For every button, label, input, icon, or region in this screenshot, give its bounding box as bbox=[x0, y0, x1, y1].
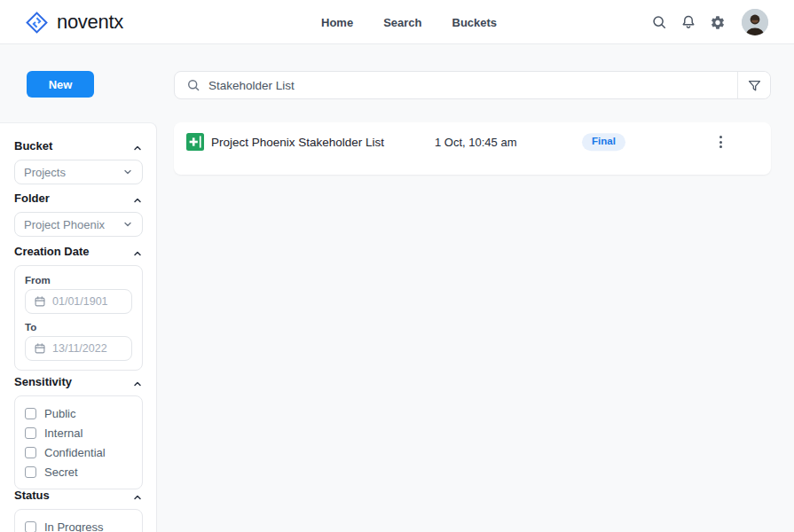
section-title: Sensitivity bbox=[14, 375, 72, 388]
top-navbar: noventx Home Search Buckets bbox=[0, 0, 794, 44]
to-label: To bbox=[25, 322, 132, 332]
diamond-maze-icon bbox=[25, 11, 49, 35]
user-avatar[interactable] bbox=[742, 9, 768, 35]
status-options-card: In Progress bbox=[14, 509, 143, 532]
chevron-up-icon[interactable] bbox=[132, 141, 143, 152]
filter-section-creation-date: Creation Date From To bbox=[14, 245, 143, 371]
filter-section-sensitivity: Sensitivity Public Internal Confidential bbox=[14, 375, 143, 489]
section-title: Status bbox=[14, 489, 50, 502]
chevron-up-icon[interactable] bbox=[132, 246, 143, 257]
checkbox[interactable] bbox=[25, 447, 36, 458]
brand-name: noventx bbox=[57, 11, 123, 34]
search-bar bbox=[174, 71, 771, 99]
search-icon[interactable] bbox=[651, 14, 667, 30]
search-icon bbox=[186, 78, 200, 92]
checkbox-row-secret[interactable]: Secret bbox=[25, 462, 132, 481]
date-from-input[interactable] bbox=[52, 295, 129, 308]
chevron-down-icon bbox=[122, 167, 133, 177]
bucket-selected-value: Projects bbox=[24, 166, 66, 179]
filter-button[interactable] bbox=[737, 72, 770, 98]
checkbox-row-internal[interactable]: Internal bbox=[25, 423, 132, 442]
search-input[interactable] bbox=[200, 72, 737, 98]
chevron-up-icon[interactable] bbox=[132, 193, 143, 204]
section-header-folder[interactable]: Folder bbox=[14, 192, 143, 205]
from-label: From bbox=[25, 275, 132, 286]
filter-section-status: Status In Progress bbox=[14, 489, 143, 532]
section-header-bucket[interactable]: Bucket bbox=[14, 139, 143, 153]
checkbox-label: In Progress bbox=[44, 520, 103, 532]
page-content: New P bbox=[0, 44, 794, 532]
checkbox[interactable] bbox=[25, 521, 36, 532]
folder-selected-value: Project Phoenix bbox=[24, 218, 105, 231]
search-results-card: Project Phoenix Stakeholder List 1 Oct, … bbox=[174, 122, 771, 175]
topbar-actions bbox=[651, 0, 768, 44]
chevron-down-icon bbox=[122, 219, 133, 230]
sensitivity-options-card: Public Internal Confidential Secret bbox=[14, 395, 143, 489]
section-title: Folder bbox=[14, 192, 50, 205]
spreadsheet-icon bbox=[186, 133, 204, 151]
date-to-field[interactable] bbox=[25, 336, 132, 361]
checkbox-row-in-progress[interactable]: In Progress bbox=[25, 517, 132, 532]
result-title: Project Phoenix Stakeholder List bbox=[211, 136, 384, 149]
main-nav: Home Search Buckets bbox=[321, 0, 497, 44]
section-title: Creation Date bbox=[14, 245, 90, 258]
chevron-up-icon[interactable] bbox=[132, 377, 143, 387]
date-to-input[interactable] bbox=[52, 342, 129, 355]
funnel-icon bbox=[747, 78, 762, 93]
filter-section-folder: Folder Project Phoenix bbox=[14, 192, 143, 237]
checkbox-label: Internal bbox=[44, 426, 83, 440]
date-range-card: From To bbox=[14, 265, 143, 371]
new-button[interactable]: New bbox=[27, 71, 94, 98]
checkbox[interactable] bbox=[25, 466, 36, 478]
checkbox-label: Public bbox=[44, 407, 75, 420]
filter-section-bucket: Bucket Projects bbox=[14, 139, 143, 184]
kebab-menu-icon[interactable] bbox=[711, 132, 729, 152]
gear-icon[interactable] bbox=[710, 14, 726, 30]
section-title: Bucket bbox=[14, 139, 52, 153]
nav-item-home[interactable]: Home bbox=[321, 16, 353, 29]
checkbox-row-confidential[interactable]: Confidential bbox=[25, 442, 132, 462]
nav-item-search[interactable]: Search bbox=[383, 16, 421, 29]
brand-logo[interactable]: noventx bbox=[25, 0, 123, 44]
folder-select[interactable]: Project Phoenix bbox=[14, 212, 143, 237]
checkbox-row-public[interactable]: Public bbox=[25, 403, 132, 423]
section-header-creation-date[interactable]: Creation Date bbox=[14, 245, 143, 258]
checkbox-label: Confidential bbox=[44, 446, 106, 459]
filter-sidebar: Bucket Projects Folder Project bbox=[0, 122, 157, 532]
result-row[interactable]: Project Phoenix Stakeholder List 1 Oct, … bbox=[174, 128, 771, 156]
checkbox-label: Secret bbox=[44, 466, 78, 479]
section-header-sensitivity[interactable]: Sensitivity bbox=[14, 375, 143, 388]
calendar-icon bbox=[34, 295, 46, 308]
bucket-select[interactable]: Projects bbox=[14, 160, 143, 184]
calendar-icon bbox=[34, 342, 46, 355]
chevron-up-icon[interactable] bbox=[132, 490, 143, 501]
date-from-field[interactable] bbox=[25, 289, 132, 314]
result-timestamp: 1 Oct, 10:45 am bbox=[435, 136, 517, 149]
checkbox[interactable] bbox=[25, 427, 36, 439]
checkbox[interactable] bbox=[25, 408, 36, 419]
status-badge: Final bbox=[582, 133, 625, 151]
section-header-status[interactable]: Status bbox=[14, 489, 143, 502]
nav-item-buckets[interactable]: Buckets bbox=[452, 16, 498, 29]
bell-icon[interactable] bbox=[680, 14, 696, 30]
